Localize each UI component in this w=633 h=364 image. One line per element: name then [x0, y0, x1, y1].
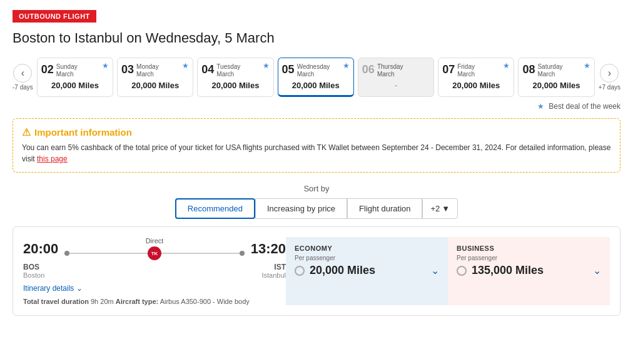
day-header: 02 SundayMarch — [41, 63, 109, 78]
sort-recommended-button[interactable]: Recommended — [175, 198, 255, 219]
sort-label: Sort by — [13, 184, 620, 193]
day-num: 02 — [41, 63, 54, 76]
day-num: 06 — [362, 63, 375, 76]
prev-dates-button[interactable]: ‹ — [13, 64, 32, 83]
info-link[interactable]: this page — [37, 154, 68, 163]
day-month: March — [537, 71, 555, 78]
economy-fare-col: ECONOMY Per passenger 20,000 Miles ⌄ — [286, 237, 448, 305]
day-header: 05 WednesdayMarch — [282, 63, 350, 78]
business-title: BUSINESS — [457, 245, 601, 252]
economy-radio[interactable] — [295, 266, 305, 276]
flight-codes: BOS Boston IST Istanbul — [23, 263, 286, 279]
depart-time: 20:00 — [23, 241, 58, 257]
depart-info: BOS Boston — [23, 263, 44, 279]
next-dates-button[interactable]: › — [600, 64, 619, 83]
day-name: TuesdayMarch — [216, 63, 240, 78]
day-num: 07 — [442, 63, 455, 76]
duration-value: 9h 20m — [91, 298, 114, 305]
date-miles: 20,000 Miles — [282, 81, 350, 90]
info-body-text: You can earn 5% cashback of the total pr… — [22, 143, 610, 163]
best-deal-label: ★ Best deal of the week — [13, 102, 620, 111]
date-card-08[interactable]: ★ 08 SaturdayMarch 20,000 Miles — [518, 58, 594, 97]
flight-main-content: 20:00 Direct TK 13:20 — [23, 237, 610, 305]
economy-price-row: 20,000 Miles ⌄ — [295, 264, 439, 277]
page-container: OUTBOUND FLIGHT Boston to Istanbul on We… — [0, 0, 633, 364]
date-card-07[interactable]: ★ 07 FridayMarch 20,000 Miles — [438, 58, 514, 97]
business-radio[interactable] — [457, 266, 467, 276]
day-name: SundayMarch — [56, 63, 78, 78]
date-star-icon: ★ — [102, 61, 109, 70]
prev-nav-wrap: ‹ -7 days — [13, 64, 33, 91]
line-end — [161, 253, 240, 254]
line-middle — [69, 253, 148, 254]
day-header: 08 SaturdayMarch — [522, 63, 590, 78]
chevron-down-icon: ⌄ — [76, 284, 83, 293]
date-star-icon: ★ — [503, 61, 510, 70]
line-track: TK — [64, 246, 244, 260]
business-expand-icon[interactable]: ⌄ — [593, 265, 601, 276]
date-star-icon: ★ — [343, 61, 350, 70]
next-nav-wrap: › +7 days — [599, 64, 620, 91]
aircraft-value: Airbus A350-900 - Wide body — [160, 298, 250, 305]
info-text: You can earn 5% cashback of the total pr… — [22, 142, 611, 164]
date-card-06[interactable]: 06 ThursdayMarch - — [358, 58, 434, 97]
fare-columns: ECONOMY Per passenger 20,000 Miles ⌄ BUS… — [286, 237, 610, 305]
date-miles: 20,000 Miles — [201, 81, 269, 90]
business-price: 135,000 Miles — [472, 264, 544, 277]
route-title: Boston to Istanbul on Wednesday, 5 March — [13, 30, 620, 46]
date-card-04[interactable]: ★ 04 TuesdayMarch 20,000 Miles — [197, 58, 273, 97]
sort-flight-duration-button[interactable]: Flight duration — [347, 198, 422, 219]
sort-increasing-price-button[interactable]: Increasing by price — [255, 198, 347, 219]
day-num: 04 — [201, 63, 214, 76]
best-deal-text: Best deal of the week — [549, 102, 620, 111]
day-name: FridayMarch — [457, 63, 475, 78]
date-card-02[interactable]: ★ 02 SundayMarch 20,000 Miles — [37, 58, 113, 97]
sort-more-button[interactable]: +2 ▼ — [422, 198, 458, 219]
date-miles: 20,000 Miles — [41, 81, 109, 90]
outbound-badge: OUTBOUND FLIGHT — [13, 10, 96, 23]
day-header: 06 ThursdayMarch — [362, 63, 430, 78]
line-dot-end — [240, 251, 245, 256]
direct-label: Direct — [146, 237, 164, 245]
date-miles: - — [362, 81, 430, 90]
info-title-text: Important information — [34, 127, 132, 138]
date-card-03[interactable]: ★ 03 MondayMarch 20,000 Miles — [117, 58, 193, 97]
day-month: March — [457, 71, 475, 78]
day-month: March — [56, 71, 74, 78]
date-star-icon: ★ — [182, 61, 189, 70]
prev-days-label: -7 days — [13, 84, 33, 91]
date-star-icon: ★ — [263, 61, 270, 70]
flight-times: 20:00 Direct TK 13:20 — [23, 237, 286, 260]
flight-card: 20:00 Direct TK 13:20 — [13, 226, 620, 316]
info-box: ⚠ Important information You can earn 5% … — [13, 118, 620, 173]
date-cards-container: ★ 02 SundayMarch 20,000 Miles ★ 03 Monda… — [37, 58, 595, 97]
day-name: MondayMarch — [136, 63, 159, 78]
date-star-icon: ★ — [584, 61, 590, 70]
warning-icon: ⚠ — [22, 126, 31, 138]
day-month: March — [136, 71, 154, 78]
arrive-code: IST — [261, 263, 286, 271]
info-title: ⚠ Important information — [22, 126, 611, 138]
total-duration: Total travel duration 9h 20m Aircraft ty… — [23, 298, 286, 305]
business-fare-col: BUSINESS Per passenger 135,000 Miles ⌄ — [448, 237, 610, 305]
day-name: WednesdayMarch — [297, 63, 330, 78]
sort-more-label: +2 — [430, 204, 440, 213]
day-num: 05 — [282, 63, 295, 76]
arrive-time: 13:20 — [251, 241, 286, 257]
best-deal-star-icon: ★ — [537, 102, 544, 111]
itinerary-details-button[interactable]: Itinerary details ⌄ — [23, 284, 83, 293]
flight-line: Direct TK — [64, 237, 244, 260]
economy-price: 20,000 Miles — [310, 264, 375, 277]
date-miles: 20,000 Miles — [522, 81, 590, 90]
duration-label: Total travel duration — [23, 298, 89, 305]
date-card-05[interactable]: ★ 05 WednesdayMarch 20,000 Miles — [278, 58, 354, 97]
date-slider: ‹ -7 days ★ 02 SundayMarch 20,000 Miles … — [13, 58, 620, 97]
day-num: 08 — [522, 63, 535, 76]
economy-expand-icon[interactable]: ⌄ — [431, 265, 439, 276]
day-month: March — [216, 71, 234, 78]
next-days-label: +7 days — [599, 84, 620, 91]
line-dot-start — [64, 251, 69, 256]
economy-per-pax: Per passenger — [295, 255, 439, 261]
depart-code: BOS — [23, 263, 44, 271]
sort-buttons: Recommended Increasing by price Flight d… — [13, 198, 620, 219]
